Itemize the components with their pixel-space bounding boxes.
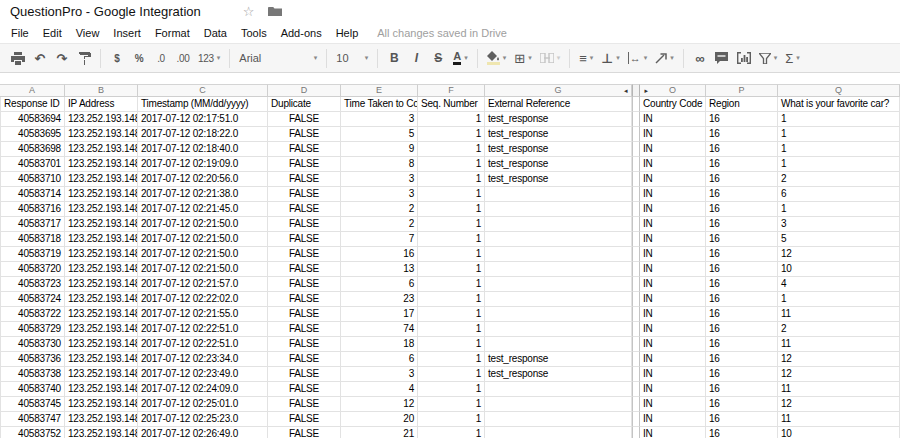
cell[interactable]: 123.252.193.148 xyxy=(65,412,138,427)
cell[interactable]: FALSE xyxy=(268,307,341,322)
cell[interactable]: 2017-07-12 02:25:23.0 xyxy=(138,412,268,427)
cell[interactable]: 2017-07-12 02:21:50.0 xyxy=(138,232,268,247)
cell[interactable]: 4 xyxy=(778,277,900,292)
cell[interactable]: 10 xyxy=(778,427,900,438)
cell[interactable]: IN xyxy=(640,127,706,142)
cell[interactable]: 40583724 xyxy=(0,292,65,307)
cell[interactable]: IN xyxy=(640,337,706,352)
cell[interactable]: 16 xyxy=(706,142,778,157)
cell[interactable]: 1 xyxy=(418,217,485,232)
borders-button[interactable]: ⊞▾ xyxy=(510,50,535,67)
cell[interactable]: FALSE xyxy=(268,292,341,307)
font-family-select[interactable]: Arial ▾ xyxy=(235,52,321,64)
cell[interactable]: 40583717 xyxy=(0,217,65,232)
folder-icon[interactable] xyxy=(268,6,282,17)
paint-format-icon[interactable] xyxy=(73,50,95,67)
cell[interactable]: 123.252.193.148 xyxy=(65,367,138,382)
cell[interactable] xyxy=(632,292,640,307)
cell[interactable]: test_response xyxy=(485,172,632,187)
cell[interactable]: IN xyxy=(640,412,706,427)
cell[interactable]: FALSE xyxy=(268,202,341,217)
cell[interactable] xyxy=(632,337,640,352)
header-cell[interactable]: Duplicate xyxy=(268,97,341,112)
header-cell[interactable]: Region xyxy=(706,97,778,112)
cell[interactable]: IN xyxy=(640,247,706,262)
cell[interactable]: IN xyxy=(640,217,706,232)
cell[interactable]: 11 xyxy=(778,382,900,397)
cell[interactable]: IN xyxy=(640,112,706,127)
cell[interactable]: IN xyxy=(640,142,706,157)
cell[interactable]: 123.252.193.148 xyxy=(65,202,138,217)
cell[interactable]: 40583729 xyxy=(0,322,65,337)
cell[interactable]: 11 xyxy=(778,307,900,322)
cell[interactable]: 123.252.193.148 xyxy=(65,157,138,172)
cell[interactable]: 16 xyxy=(706,232,778,247)
cell[interactable]: 2017-07-12 02:23:34.0 xyxy=(138,352,268,367)
cell[interactable]: 1 xyxy=(418,202,485,217)
strikethrough-button[interactable]: S xyxy=(427,49,449,67)
cell[interactable]: 40583694 xyxy=(0,112,65,127)
cell[interactable]: 123.252.193.148 xyxy=(65,247,138,262)
save-status[interactable]: All changes saved in Drive xyxy=(377,27,507,39)
unhide-columns-left-arrow-icon[interactable]: ◂ xyxy=(624,87,628,95)
increase-decimal-button[interactable]: .00 xyxy=(172,51,194,66)
cell[interactable]: 1 xyxy=(418,382,485,397)
cell[interactable] xyxy=(632,112,640,127)
insert-comment-icon[interactable] xyxy=(711,50,733,66)
cell[interactable]: IN xyxy=(640,262,706,277)
cell[interactable]: 2017-07-12 02:17:51.0 xyxy=(138,112,268,127)
cell[interactable] xyxy=(632,202,640,217)
cell[interactable]: FALSE xyxy=(268,262,341,277)
menu-file[interactable]: File xyxy=(4,25,36,41)
cell[interactable]: 9 xyxy=(341,142,418,157)
cell[interactable]: 40583716 xyxy=(0,202,65,217)
insert-chart-icon[interactable] xyxy=(733,50,755,66)
column-header-O[interactable]: O xyxy=(640,84,706,97)
cell[interactable]: 2017-07-12 02:21:57.0 xyxy=(138,277,268,292)
cell[interactable]: 123.252.193.148 xyxy=(65,142,138,157)
cell[interactable]: 12 xyxy=(778,367,900,382)
cell[interactable]: 16 xyxy=(706,307,778,322)
cell[interactable]: 2 xyxy=(341,217,418,232)
cell[interactable]: 1 xyxy=(418,322,485,337)
header-cell[interactable]: Country Code xyxy=(640,97,706,112)
cell[interactable]: 40583719 xyxy=(0,247,65,262)
cell[interactable]: 40583701 xyxy=(0,157,65,172)
cell[interactable]: 1 xyxy=(418,277,485,292)
cell[interactable]: 6 xyxy=(341,277,418,292)
cell[interactable]: FALSE xyxy=(268,367,341,382)
cell[interactable]: FALSE xyxy=(268,112,341,127)
cell[interactable]: 1 xyxy=(418,247,485,262)
cell[interactable]: 123.252.193.148 xyxy=(65,262,138,277)
cell[interactable] xyxy=(632,232,640,247)
cell[interactable]: IN xyxy=(640,232,706,247)
cell[interactable]: 16 xyxy=(706,157,778,172)
column-header-B[interactable]: B xyxy=(65,84,138,97)
cell[interactable]: 2017-07-12 02:22:51.0 xyxy=(138,337,268,352)
cell[interactable]: 2017-07-12 02:23:49.0 xyxy=(138,367,268,382)
cell[interactable]: 11 xyxy=(778,337,900,352)
cell[interactable]: FALSE xyxy=(268,232,341,247)
cell[interactable]: 1 xyxy=(778,142,900,157)
cell[interactable]: test_response xyxy=(485,157,632,172)
cell[interactable]: 1 xyxy=(778,292,900,307)
cell[interactable]: IN xyxy=(640,307,706,322)
text-rotation-button[interactable]: ▾ xyxy=(651,51,678,66)
cell[interactable]: 40583714 xyxy=(0,187,65,202)
cell[interactable]: 1 xyxy=(418,142,485,157)
cell[interactable]: 6 xyxy=(341,352,418,367)
cell[interactable]: 6 xyxy=(778,187,900,202)
cell[interactable]: test_response xyxy=(485,367,632,382)
cell[interactable]: 1 xyxy=(778,112,900,127)
merge-cells-button[interactable]: ▾ xyxy=(536,51,565,65)
cell[interactable]: 3 xyxy=(341,187,418,202)
cell[interactable] xyxy=(485,307,632,322)
cell[interactable]: 2 xyxy=(778,322,900,337)
bold-button[interactable]: B xyxy=(383,49,405,67)
cell[interactable]: IN xyxy=(640,322,706,337)
cell[interactable]: 2017-07-12 02:25:01.0 xyxy=(138,397,268,412)
cell[interactable]: 123.252.193.148 xyxy=(65,172,138,187)
cell[interactable]: test_response xyxy=(485,142,632,157)
cell[interactable]: 74 xyxy=(341,322,418,337)
document-title[interactable]: QuestionPro - Google Integration xyxy=(10,4,201,19)
